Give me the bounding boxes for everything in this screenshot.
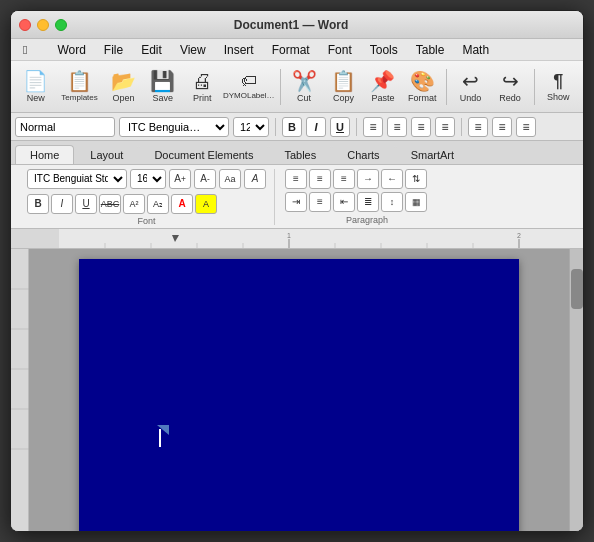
ribbon-size-select[interactable]: 16: [130, 169, 166, 189]
paste-button[interactable]: 📌 Paste: [364, 65, 401, 109]
undo-icon: ↩: [462, 71, 479, 91]
bold-button[interactable]: B: [282, 117, 302, 137]
menu-word[interactable]: Word: [49, 41, 93, 59]
menubar:  Word File Edit View Insert Format Font…: [11, 39, 583, 61]
dymo-icon: 🏷: [241, 73, 257, 89]
show-icon: ¶: [553, 72, 563, 90]
font-grow-button[interactable]: A+: [169, 169, 191, 189]
copy-icon: 📋: [331, 71, 356, 91]
new-button[interactable]: 📄 New: [17, 65, 54, 109]
show-button[interactable]: ¶ Show: [540, 65, 577, 109]
toolbar-sep-1: [280, 69, 281, 105]
justify-button[interactable]: ≡: [435, 117, 455, 137]
apple-menu[interactable]: : [15, 41, 35, 59]
font-case-button[interactable]: Aa: [219, 169, 241, 189]
titlebar: Document1 — Word: [11, 11, 583, 39]
font-shrink-button[interactable]: A-: [194, 169, 216, 189]
font-group-label: Font: [137, 216, 155, 226]
font-dropdown[interactable]: ITC Benguia…: [119, 117, 229, 137]
toolbar-sep-2: [446, 69, 447, 105]
ribbon-strikethrough-button[interactable]: ABC: [99, 194, 121, 214]
cut-button[interactable]: ✂️ Cut: [285, 65, 322, 109]
ribbon-para-group: ≡ ≡ ≡ → ← ⇅ ⇥ ≡ ⇤ ≣ ↕ ▦ Paragraph: [277, 169, 457, 225]
para-row-2: ⇥ ≡ ⇤ ≣ ↕ ▦: [285, 192, 449, 212]
dymo-button[interactable]: 🏷 DYMOLabel…: [223, 65, 275, 109]
new-icon: 📄: [23, 71, 48, 91]
tab-tables[interactable]: Tables: [269, 145, 331, 164]
toolbar: 📄 New 📋 Templates 📂 Open 💾 Save 🖨 Print …: [11, 61, 583, 113]
tab-document-elements[interactable]: Document Elements: [139, 145, 268, 164]
para-align-right[interactable]: ⇤: [333, 192, 355, 212]
align-right-button[interactable]: ≡: [411, 117, 431, 137]
ribbon-superscript-button[interactable]: A²: [123, 194, 145, 214]
tab-charts[interactable]: Charts: [332, 145, 394, 164]
text-cursor: [159, 429, 161, 447]
font-clear-button[interactable]: A: [244, 169, 266, 189]
para-align-left[interactable]: ⇥: [285, 192, 307, 212]
save-button[interactable]: 💾 Save: [144, 65, 181, 109]
ribbon-font-select[interactable]: ITC Benguiat Std…: [27, 169, 127, 189]
save-icon: 💾: [150, 71, 175, 91]
menu-insert[interactable]: Insert: [216, 41, 262, 59]
print-button[interactable]: 🖨 Print: [184, 65, 221, 109]
menu-view[interactable]: View: [172, 41, 214, 59]
list-button[interactable]: ≡: [468, 117, 488, 137]
para-align-center[interactable]: ≡: [309, 192, 331, 212]
svg-text:1: 1: [287, 232, 291, 239]
undo-button[interactable]: ↩ Undo: [452, 65, 489, 109]
font-row-2: B I U ABC A² A₂ A A: [27, 194, 266, 214]
tab-layout[interactable]: Layout: [75, 145, 138, 164]
doc-scroll[interactable]: [29, 249, 569, 531]
ribbon-subscript-button[interactable]: A₂: [147, 194, 169, 214]
indent-increase-button[interactable]: ←: [381, 169, 403, 189]
outdent-button[interactable]: ≡: [516, 117, 536, 137]
toolbar-sep-3: [534, 69, 535, 105]
open-button[interactable]: 📂 Open: [105, 65, 142, 109]
templates-icon: 📋: [67, 71, 92, 91]
indent-button[interactable]: ≡: [492, 117, 512, 137]
sort-button[interactable]: ⇅: [405, 169, 427, 189]
para-spacing[interactable]: ↕: [381, 192, 403, 212]
bullet-list-button[interactable]: ≡: [285, 169, 307, 189]
document-area: [11, 249, 583, 531]
menu-table[interactable]: Table: [408, 41, 453, 59]
align-left-button[interactable]: ≡: [363, 117, 383, 137]
ruler: 1 2: [11, 229, 583, 249]
style-dropdown[interactable]: Normal: [15, 117, 115, 137]
ribbon-bold-button[interactable]: B: [27, 194, 49, 214]
ribbon-font-color-button[interactable]: A: [171, 194, 193, 214]
tab-smartart[interactable]: SmartArt: [396, 145, 469, 164]
menu-math[interactable]: Math: [454, 41, 497, 59]
size-dropdown[interactable]: 12: [233, 117, 269, 137]
ribbon-italic-button[interactable]: I: [51, 194, 73, 214]
numbered-list-button[interactable]: ≡: [309, 169, 331, 189]
ribbon-underline-button[interactable]: U: [75, 194, 97, 214]
word-window: Document1 — Word  Word File Edit View I…: [10, 10, 584, 532]
document-page[interactable]: [79, 259, 519, 531]
open-icon: 📂: [111, 71, 136, 91]
templates-button[interactable]: 📋 Templates: [56, 65, 102, 109]
align-center-button[interactable]: ≡: [387, 117, 407, 137]
para-shading[interactable]: ▦: [405, 192, 427, 212]
redo-button[interactable]: ↪ Redo: [491, 65, 528, 109]
menu-format[interactable]: Format: [264, 41, 318, 59]
font-row-1: ITC Benguiat Std… 16 A+ A- Aa A: [27, 169, 266, 189]
fmt-sep-1: [275, 118, 276, 136]
menu-file[interactable]: File: [96, 41, 131, 59]
underline-button[interactable]: U: [330, 117, 350, 137]
redo-icon: ↪: [502, 71, 519, 91]
menu-tools[interactable]: Tools: [362, 41, 406, 59]
menu-font[interactable]: Font: [320, 41, 360, 59]
outline-list-button[interactable]: ≡: [333, 169, 355, 189]
menu-edit[interactable]: Edit: [133, 41, 170, 59]
paste-icon: 📌: [370, 71, 395, 91]
format-button[interactable]: 🎨 Format: [404, 65, 441, 109]
scrollbar-vertical[interactable]: [569, 249, 583, 531]
ribbon-highlight-button[interactable]: A: [195, 194, 217, 214]
italic-button[interactable]: I: [306, 117, 326, 137]
para-row-1: ≡ ≡ ≡ → ← ⇅: [285, 169, 449, 189]
tab-home[interactable]: Home: [15, 145, 74, 164]
copy-button[interactable]: 📋 Copy: [325, 65, 362, 109]
para-justify[interactable]: ≣: [357, 192, 379, 212]
indent-decrease-button[interactable]: →: [357, 169, 379, 189]
